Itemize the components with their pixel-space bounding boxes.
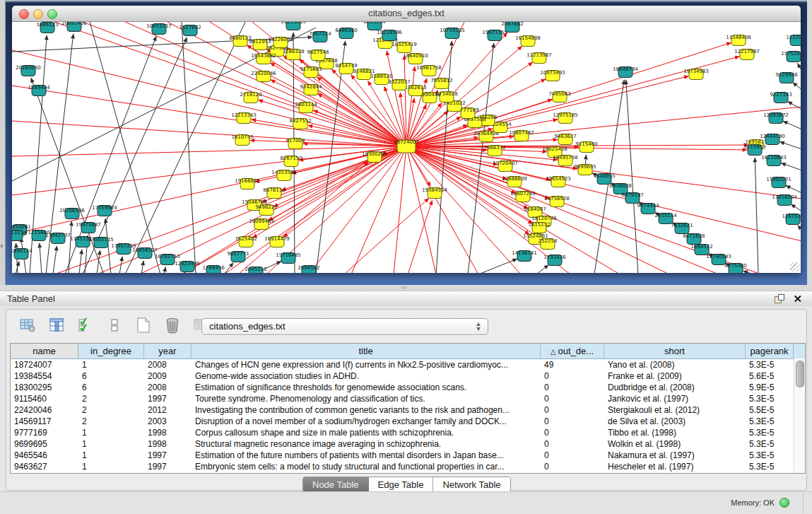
graph-node[interactable]: 7485063 bbox=[548, 91, 570, 103]
table-cell-short[interactable]: Hescheler et al. (1997) bbox=[604, 461, 746, 472]
graph-edge[interactable] bbox=[387, 51, 406, 146]
table-cell-title[interactable]: Estimation of significance thresholds fo… bbox=[192, 382, 541, 393]
table-cell-name[interactable]: 9699695 bbox=[11, 438, 78, 450]
graph-edge[interactable] bbox=[90, 22, 160, 273]
table-cell-title[interactable]: Tourette syndrome. Phenomenology and cla… bbox=[192, 393, 541, 404]
graph-edge[interactable] bbox=[468, 43, 494, 273]
network-graph-svg[interactable]: 1872400718300295161548081221398710973493… bbox=[12, 22, 801, 273]
table-row[interactable]: 2242004622012Investigating the contribut… bbox=[11, 404, 805, 416]
graph-node[interactable]: 12975185 bbox=[553, 112, 578, 124]
table-cell-pagerank[interactable]: 5.3E-5 bbox=[746, 438, 794, 450]
table-cell-in_degree[interactable]: 2 bbox=[78, 393, 144, 404]
table-cell-out_de[interactable]: 0 bbox=[541, 370, 604, 382]
graph-edge[interactable] bbox=[31, 78, 104, 273]
graph-edge[interactable] bbox=[79, 250, 82, 273]
table-row[interactable]: 911546021997Tourette syndrome. Phenomeno… bbox=[11, 393, 805, 404]
graph-edge[interactable] bbox=[394, 146, 406, 273]
table-cell-name[interactable]: 18724007 bbox=[11, 359, 78, 370]
graph-node[interactable]: 20691406 bbox=[61, 22, 87, 32]
graph-node[interactable]: 20265050 bbox=[16, 65, 41, 76]
new-table-button[interactable] bbox=[134, 316, 153, 334]
table-cell-out_de[interactable]: 0 bbox=[541, 450, 604, 461]
graph-edge[interactable] bbox=[53, 246, 57, 273]
column-header-out_de[interactable]: △out_de... bbox=[541, 344, 604, 358]
graph-node[interactable]: 817004 bbox=[286, 138, 305, 149]
table-cell-out_de[interactable]: 0 bbox=[541, 382, 604, 393]
table-cell-title[interactable]: Investigating the contribution of common… bbox=[192, 404, 541, 416]
tab-network-table[interactable]: Network Table bbox=[433, 477, 510, 492]
table-cell-title[interactable]: Disruption of a novel member of a sodium… bbox=[192, 416, 541, 427]
graph-edge[interactable] bbox=[779, 141, 801, 149]
graph-node[interactable]: 12213343 bbox=[231, 112, 257, 124]
graph-node[interactable]: 19654923 bbox=[546, 176, 571, 187]
graph-edge[interactable] bbox=[406, 146, 478, 273]
graph-node[interactable]: 18724007 bbox=[394, 139, 419, 153]
graph-node[interactable]: 12213987 bbox=[526, 52, 552, 64]
graph-edge[interactable] bbox=[791, 204, 801, 211]
table-row[interactable]: 1830029562008Estimation of significance … bbox=[11, 382, 805, 393]
table-cell-name[interactable]: 19384554 bbox=[11, 370, 78, 382]
table-cell-in_degree[interactable]: 2 bbox=[78, 416, 144, 427]
table-cell-title[interactable]: Corpus callosum shape and size in male p… bbox=[192, 427, 541, 438]
graph-edge[interactable] bbox=[786, 186, 801, 193]
split-divider[interactable] bbox=[0, 285, 812, 291]
table-cell-out_de[interactable]: 0 bbox=[541, 416, 604, 427]
graph-node[interactable]: 1686123 bbox=[36, 22, 58, 33]
canvas-resize-grip[interactable] bbox=[790, 262, 799, 271]
table-cell-short[interactable]: Yano et al. (2008) bbox=[604, 359, 746, 370]
table-cell-pagerank[interactable]: 5.9E-5 bbox=[746, 382, 794, 393]
graph-edge[interactable] bbox=[182, 22, 196, 273]
table-cell-short[interactable]: Tibbo et al. (1998) bbox=[604, 427, 746, 438]
graph-edge[interactable] bbox=[781, 163, 801, 170]
graph-node[interactable]: 9129946 bbox=[775, 72, 798, 83]
table-source-select[interactable]: citations_edges.txt bbox=[201, 318, 488, 335]
graph-node[interactable]: 10719135 bbox=[440, 28, 465, 39]
table-cell-in_degree[interactable]: 1 bbox=[78, 427, 144, 438]
graph-node[interactable]: 16033809 bbox=[281, 22, 306, 30]
table-cell-pagerank[interactable]: 5.5E-5 bbox=[746, 404, 794, 416]
table-cell-out_de[interactable]: 0 bbox=[541, 438, 604, 450]
tab-edge-table[interactable]: Edge Table bbox=[369, 477, 434, 492]
graph-node[interactable]: 1112047 bbox=[786, 35, 801, 46]
table-cell-pagerank[interactable]: 5.6E-5 bbox=[746, 370, 794, 382]
table-row[interactable]: 969969511998Structural magnetic resonanc… bbox=[11, 438, 805, 450]
table-cell-name[interactable]: 9777169 bbox=[11, 427, 78, 438]
row-height-button[interactable] bbox=[105, 316, 124, 334]
graph-node[interactable]: 18325419 bbox=[392, 42, 417, 53]
graph-node[interactable]: 8267150 bbox=[280, 156, 302, 167]
table-vertical-scrollbar[interactable] bbox=[794, 358, 805, 473]
graph-node[interactable]: 16961758 bbox=[416, 65, 442, 76]
table-cell-short[interactable]: Jankovic et al. (1997) bbox=[604, 393, 746, 404]
graph-node[interactable]: 9463627 bbox=[554, 134, 576, 145]
graph-node[interactable]: 15751074 bbox=[781, 51, 801, 62]
graph-node[interactable]: 18807249 bbox=[510, 191, 536, 202]
graph-node[interactable]: 13942737 bbox=[45, 233, 71, 244]
table-cell-in_degree[interactable]: 2 bbox=[78, 404, 144, 416]
graph-node[interactable]: 6879197 bbox=[621, 192, 643, 204]
graph-node[interactable]: 19734983 bbox=[683, 69, 709, 80]
table-cell-title[interactable]: Changes of HCN gene expression and I(f) … bbox=[192, 359, 541, 370]
table-cell-year[interactable]: 1997 bbox=[144, 393, 192, 404]
graph-node[interactable]: 16648794 bbox=[613, 66, 638, 78]
table-settings-button[interactable] bbox=[18, 316, 37, 334]
graph-node[interactable]: 18640910 bbox=[403, 53, 428, 64]
graph-edge[interactable] bbox=[626, 80, 638, 273]
graph-node[interactable]: 8427552 bbox=[289, 118, 311, 129]
table-cell-in_degree[interactable]: 1 bbox=[78, 461, 144, 472]
table-row[interactable]: 1938455462009Genome-wide association stu… bbox=[11, 370, 805, 382]
graph-node[interactable]: 2045112 bbox=[245, 267, 266, 274]
table-row[interactable]: 1456911722003Disruption of a novel membe… bbox=[11, 416, 805, 427]
graph-edge[interactable] bbox=[797, 64, 801, 71]
graph-node[interactable]: 16958107 bbox=[132, 247, 158, 259]
table-cell-out_de[interactable]: 0 bbox=[541, 393, 604, 404]
table-cell-pagerank[interactable]: 5.3E-5 bbox=[746, 416, 794, 427]
table-cell-year[interactable]: 1998 bbox=[144, 427, 192, 438]
table-cell-short[interactable]: Dudbridge et al. (2008) bbox=[604, 382, 746, 393]
graph-edge[interactable] bbox=[478, 259, 517, 273]
table-cell-year[interactable]: 2008 bbox=[144, 382, 192, 393]
graph-edge[interactable] bbox=[271, 80, 406, 146]
table-cell-year[interactable]: 2003 bbox=[144, 416, 192, 427]
graph-node[interactable]: 16210643 bbox=[761, 155, 787, 166]
table-cell-name[interactable]: 18300295 bbox=[11, 382, 78, 393]
table-cell-short[interactable]: de Silva et al. (2003) bbox=[604, 416, 746, 427]
